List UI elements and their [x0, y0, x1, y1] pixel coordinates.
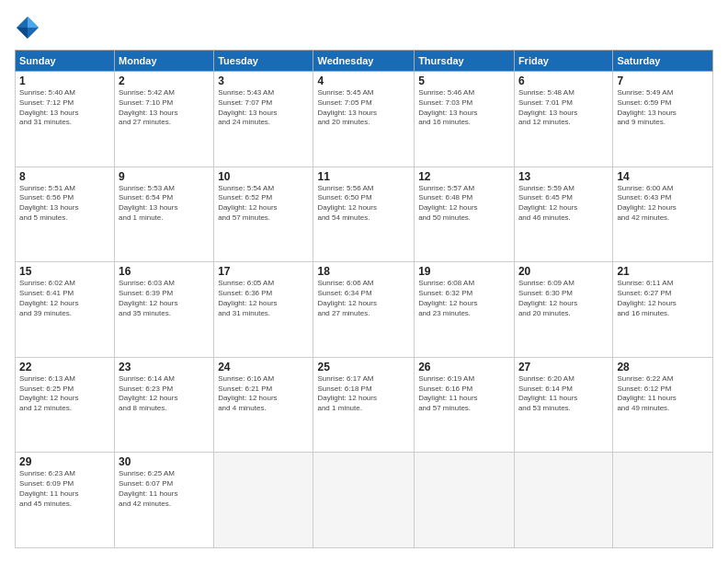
day-number: 29	[19, 455, 110, 468]
day-info: Sunrise: 6:11 AM Sunset: 6:27 PM Dayligh…	[617, 279, 709, 318]
day-info: Sunrise: 5:48 AM Sunset: 7:01 PM Dayligh…	[518, 88, 609, 128]
day-number: 25	[317, 361, 410, 373]
header	[15, 15, 713, 40]
day-cell-19: 19Sunrise: 6:08 AM Sunset: 6:32 PM Dayli…	[415, 262, 515, 358]
day-number: 17	[218, 265, 309, 278]
day-cell-26: 26Sunrise: 6:19 AM Sunset: 6:16 PM Dayli…	[415, 357, 515, 453]
day-number: 6	[518, 75, 609, 87]
day-cell-21: 21Sunrise: 6:11 AM Sunset: 6:27 PM Dayli…	[613, 262, 713, 358]
day-info: Sunrise: 5:45 AM Sunset: 7:05 PM Dayligh…	[317, 88, 410, 128]
day-cell-8: 8Sunrise: 5:51 AM Sunset: 6:56 PM Daylig…	[16, 167, 115, 262]
day-info: Sunrise: 5:53 AM Sunset: 6:54 PM Dayligh…	[119, 184, 210, 224]
weekday-header-monday: Monday	[115, 51, 214, 72]
day-cell-2: 2Sunrise: 5:42 AM Sunset: 7:10 PM Daylig…	[115, 72, 214, 167]
calendar-table: SundayMondayTuesdayWednesdayThursdayFrid…	[15, 50, 713, 548]
day-info: Sunrise: 6:16 AM Sunset: 6:21 PM Dayligh…	[218, 374, 309, 414]
day-info: Sunrise: 5:43 AM Sunset: 7:07 PM Dayligh…	[218, 88, 309, 128]
weekday-header-thursday: Thursday	[415, 51, 515, 72]
day-cell-13: 13Sunrise: 5:59 AM Sunset: 6:45 PM Dayli…	[514, 167, 612, 262]
calendar-row: 22Sunrise: 6:13 AM Sunset: 6:25 PM Dayli…	[16, 357, 713, 453]
day-cell-9: 9Sunrise: 5:53 AM Sunset: 6:54 PM Daylig…	[115, 167, 214, 262]
day-info: Sunrise: 5:42 AM Sunset: 7:10 PM Dayligh…	[119, 88, 210, 128]
day-number: 4	[317, 75, 410, 87]
day-cell-5: 5Sunrise: 5:46 AM Sunset: 7:03 PM Daylig…	[415, 72, 515, 167]
day-number: 10	[218, 170, 309, 183]
day-number: 11	[317, 170, 410, 183]
day-number: 16	[119, 265, 210, 278]
day-number: 9	[119, 170, 210, 183]
empty-cell	[415, 453, 515, 548]
weekday-header-friday: Friday	[514, 51, 612, 72]
day-number: 27	[518, 361, 609, 373]
day-number: 7	[617, 75, 709, 87]
day-number: 28	[617, 361, 709, 373]
day-cell-30: 30Sunrise: 6:25 AM Sunset: 6:07 PM Dayli…	[115, 453, 214, 548]
calendar-row: 15Sunrise: 6:02 AM Sunset: 6:41 PM Dayli…	[16, 262, 713, 358]
day-cell-27: 27Sunrise: 6:20 AM Sunset: 6:14 PM Dayli…	[514, 357, 612, 453]
day-info: Sunrise: 5:49 AM Sunset: 6:59 PM Dayligh…	[617, 88, 709, 128]
day-number: 22	[19, 361, 110, 373]
day-cell-12: 12Sunrise: 5:57 AM Sunset: 6:48 PM Dayli…	[415, 167, 515, 262]
weekday-header-wednesday: Wednesday	[313, 51, 415, 72]
day-info: Sunrise: 6:06 AM Sunset: 6:34 PM Dayligh…	[317, 279, 410, 318]
day-number: 23	[119, 361, 210, 373]
day-cell-10: 10Sunrise: 5:54 AM Sunset: 6:52 PM Dayli…	[214, 167, 313, 262]
day-info: Sunrise: 6:17 AM Sunset: 6:18 PM Dayligh…	[317, 374, 410, 414]
day-cell-14: 14Sunrise: 6:00 AM Sunset: 6:43 PM Dayli…	[613, 167, 713, 262]
day-cell-7: 7Sunrise: 5:49 AM Sunset: 6:59 PM Daylig…	[613, 72, 713, 167]
empty-cell	[214, 453, 313, 548]
day-info: Sunrise: 6:20 AM Sunset: 6:14 PM Dayligh…	[518, 374, 609, 414]
day-info: Sunrise: 5:56 AM Sunset: 6:50 PM Dayligh…	[317, 184, 410, 224]
day-number: 18	[317, 265, 410, 278]
day-info: Sunrise: 6:02 AM Sunset: 6:41 PM Dayligh…	[19, 279, 110, 318]
day-info: Sunrise: 6:25 AM Sunset: 6:07 PM Dayligh…	[119, 469, 210, 509]
day-cell-17: 17Sunrise: 6:05 AM Sunset: 6:36 PM Dayli…	[214, 262, 313, 358]
calendar-row: 29Sunrise: 6:23 AM Sunset: 6:09 PM Dayli…	[16, 453, 713, 548]
day-number: 3	[218, 75, 309, 87]
day-cell-18: 18Sunrise: 6:06 AM Sunset: 6:34 PM Dayli…	[313, 262, 415, 358]
empty-cell	[514, 453, 612, 548]
day-info: Sunrise: 6:00 AM Sunset: 6:43 PM Dayligh…	[617, 184, 709, 224]
svg-marker-1	[28, 17, 39, 28]
svg-marker-2	[17, 28, 28, 39]
day-number: 24	[218, 361, 309, 373]
day-number: 12	[418, 170, 510, 183]
day-cell-25: 25Sunrise: 6:17 AM Sunset: 6:18 PM Dayli…	[313, 357, 415, 453]
calendar-row: 8Sunrise: 5:51 AM Sunset: 6:56 PM Daylig…	[16, 167, 713, 262]
day-cell-20: 20Sunrise: 6:09 AM Sunset: 6:30 PM Dayli…	[514, 262, 612, 358]
calendar-row: 1Sunrise: 5:40 AM Sunset: 7:12 PM Daylig…	[16, 72, 713, 167]
day-info: Sunrise: 6:14 AM Sunset: 6:23 PM Dayligh…	[119, 374, 210, 414]
day-number: 8	[19, 170, 110, 183]
empty-cell	[613, 453, 713, 548]
day-cell-1: 1Sunrise: 5:40 AM Sunset: 7:12 PM Daylig…	[16, 72, 115, 167]
day-info: Sunrise: 5:54 AM Sunset: 6:52 PM Dayligh…	[218, 184, 309, 224]
day-number: 1	[19, 75, 110, 87]
day-info: Sunrise: 6:05 AM Sunset: 6:36 PM Dayligh…	[218, 279, 309, 318]
day-info: Sunrise: 6:23 AM Sunset: 6:09 PM Dayligh…	[19, 469, 110, 509]
day-number: 26	[418, 361, 510, 373]
day-info: Sunrise: 6:22 AM Sunset: 6:12 PM Dayligh…	[617, 374, 709, 414]
weekday-header-sunday: Sunday	[16, 51, 115, 72]
day-number: 20	[518, 265, 609, 278]
empty-cell	[313, 453, 415, 548]
day-cell-16: 16Sunrise: 6:03 AM Sunset: 6:39 PM Dayli…	[115, 262, 214, 358]
day-cell-15: 15Sunrise: 6:02 AM Sunset: 6:41 PM Dayli…	[16, 262, 115, 358]
day-number: 14	[617, 170, 709, 183]
day-info: Sunrise: 6:19 AM Sunset: 6:16 PM Dayligh…	[418, 374, 510, 414]
logo-icon	[15, 15, 40, 40]
logo	[15, 15, 44, 40]
day-cell-29: 29Sunrise: 6:23 AM Sunset: 6:09 PM Dayli…	[16, 453, 115, 548]
day-number: 13	[518, 170, 609, 183]
day-cell-4: 4Sunrise: 5:45 AM Sunset: 7:05 PM Daylig…	[313, 72, 415, 167]
day-cell-28: 28Sunrise: 6:22 AM Sunset: 6:12 PM Dayli…	[613, 357, 713, 453]
day-cell-23: 23Sunrise: 6:14 AM Sunset: 6:23 PM Dayli…	[115, 357, 214, 453]
page: SundayMondayTuesdayWednesdayThursdayFrid…	[0, 0, 728, 563]
day-cell-22: 22Sunrise: 6:13 AM Sunset: 6:25 PM Dayli…	[16, 357, 115, 453]
day-info: Sunrise: 5:51 AM Sunset: 6:56 PM Dayligh…	[19, 184, 110, 224]
day-info: Sunrise: 5:40 AM Sunset: 7:12 PM Dayligh…	[19, 88, 110, 128]
day-cell-24: 24Sunrise: 6:16 AM Sunset: 6:21 PM Dayli…	[214, 357, 313, 453]
day-info: Sunrise: 6:13 AM Sunset: 6:25 PM Dayligh…	[19, 374, 110, 414]
day-info: Sunrise: 6:03 AM Sunset: 6:39 PM Dayligh…	[119, 279, 210, 318]
day-number: 30	[119, 455, 210, 468]
day-info: Sunrise: 6:09 AM Sunset: 6:30 PM Dayligh…	[518, 279, 609, 318]
